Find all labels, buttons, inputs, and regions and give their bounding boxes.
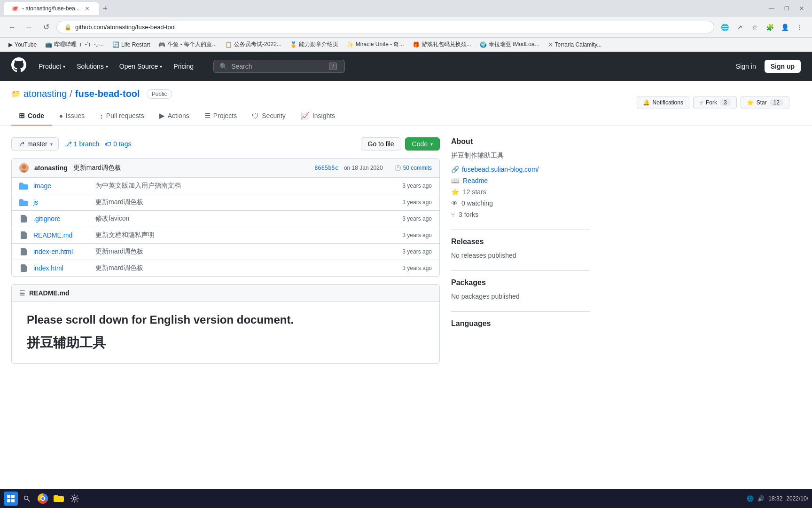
back-button[interactable]: ←	[6, 21, 19, 34]
about-website-link[interactable]: 🔗 fusebead.sulian-blog.com/	[451, 166, 590, 173]
bookmark-terraria-mod[interactable]: 🌍 泰拉瑞亚 tModLoa...	[477, 40, 542, 49]
extensions-icon[interactable]: 🧩	[763, 21, 776, 34]
file-link-readme[interactable]: README.md	[33, 231, 90, 239]
ssl-icon: 🔒	[64, 24, 71, 31]
translate-icon[interactable]: 🌐	[718, 21, 731, 34]
bookmark-icon[interactable]: ☆	[748, 21, 761, 34]
main-content: ⎇ master ▾ ⎇ 1 branch 🏷 0 tags	[0, 126, 601, 364]
folder-icon-js	[19, 198, 28, 206]
commit-author[interactable]: atonasting	[34, 164, 68, 172]
bookmarks-bar: ▶ YouTube 📺 哔哩哔哩（' -'）っ... 🔄 Life Restar…	[0, 38, 812, 52]
github-logo[interactable]	[11, 57, 26, 76]
tab-issues[interactable]: ● Issues	[52, 107, 92, 126]
repo-header: 📁 atonasting / fuse-bead-tool Public 🔔 N…	[0, 81, 812, 126]
readme-header: ☰ README.md	[12, 285, 439, 302]
address-bar[interactable]: 🔒 github.com/atonasting/fuse-bead-tool	[56, 21, 714, 33]
share-icon[interactable]: ↗	[733, 21, 746, 34]
tab-security-label: Security	[262, 112, 286, 119]
readme-body: Please scroll down for English version d…	[12, 302, 439, 363]
tab-projects[interactable]: ☰ Projects	[197, 107, 245, 126]
releases-section: Releases No releases published	[451, 238, 590, 259]
nav-open-source[interactable]: Open Source ▾	[115, 60, 167, 73]
fork-icon: ⑂	[699, 99, 703, 106]
nav-pricing[interactable]: Pricing	[169, 60, 198, 73]
file-time-gitignore: 3 years ago	[402, 215, 432, 222]
tab-insights-label: Insights	[312, 112, 335, 119]
star-count: 12	[770, 99, 783, 106]
signin-button[interactable]: Sign in	[731, 60, 761, 72]
search-input[interactable]	[231, 63, 325, 70]
file-link-image[interactable]: image	[33, 182, 90, 190]
bookmark-game-code[interactable]: 🎁 游戏礼包码兑换须...	[410, 40, 474, 49]
file-icon-gitignore	[19, 214, 28, 223]
repo-name-link[interactable]: fuse-bead-tool	[75, 88, 140, 99]
about-section: About 拼豆制作辅助工具 🔗 fusebead.sulian-blog.co…	[451, 137, 590, 218]
bookmark-douyu[interactable]: 🎮 斗鱼 - 每个人的直...	[156, 40, 219, 49]
tab-projects-label: Projects	[213, 112, 237, 119]
branch-chevron-icon: ▾	[50, 142, 53, 147]
fork-button[interactable]: ⑂ Fork 3	[693, 96, 737, 109]
signup-button[interactable]: Sign up	[765, 60, 801, 73]
file-row-index-en: index-en.html 更新mard调色板 3 years ago	[12, 244, 439, 260]
close-window-button[interactable]: ✕	[795, 2, 808, 15]
minimize-button[interactable]: —	[765, 2, 778, 15]
branch-selector[interactable]: ⎇ master ▾	[11, 137, 59, 151]
star-stat-icon: ⭐	[451, 188, 459, 196]
nav-solutions[interactable]: Solutions ▾	[72, 60, 113, 73]
tab-security[interactable]: 🛡 Security	[244, 107, 293, 126]
commit-history-link[interactable]: 🕐 50 commits	[394, 165, 432, 171]
code-dropdown-button[interactable]: Code ▾	[405, 137, 440, 151]
tab-close-button[interactable]: ✕	[84, 5, 91, 12]
packages-section: Packages No packages published	[451, 278, 590, 300]
readme-link[interactable]: Readme	[463, 177, 488, 184]
notifications-button[interactable]: 🔔 Notifications	[637, 96, 689, 109]
file-link-js[interactable]: js	[33, 198, 90, 206]
forks-count: 3 forks	[459, 211, 478, 218]
bookmark-exam[interactable]: 📋 公务员考试-2022...	[222, 40, 284, 49]
tab-code[interactable]: ⊞ Code	[11, 107, 52, 126]
star-label: Star	[757, 99, 767, 106]
branches-link[interactable]: ⎇ 1 branch	[64, 140, 99, 148]
forward-button[interactable]: →	[23, 21, 36, 34]
tab-pull-requests[interactable]: ↕ Pull requests	[92, 107, 151, 126]
bookmark-terraria-calamity[interactable]: ⚔ Terraria Calamity...	[545, 40, 605, 49]
profile-icon[interactable]: 👤	[778, 21, 791, 34]
search-box[interactable]: 🔍 /	[213, 60, 345, 73]
bookmark-icon: 🎁	[413, 41, 420, 48]
link-icon: 🔗	[451, 166, 459, 173]
about-title: About	[451, 137, 590, 146]
repo-owner-link[interactable]: atonasting	[23, 88, 67, 99]
new-tab-button[interactable]: +	[99, 2, 112, 15]
bookmark-youtube[interactable]: ▶ YouTube	[6, 40, 39, 49]
star-button[interactable]: ⭐ Star 12	[741, 96, 789, 109]
commit-time: on 18 Jan 2020	[344, 165, 383, 171]
bookmark-medal[interactable]: 🏅 能力勋章介绍页	[287, 40, 341, 49]
stars-stat: ⭐ 12 stars	[451, 188, 590, 196]
tab-insights[interactable]: 📈 Insights	[293, 107, 343, 126]
bookmark-life-restart[interactable]: 🔄 Life Restart	[109, 40, 153, 49]
go-to-file-button[interactable]: Go to file	[361, 137, 401, 151]
browser-tab-active[interactable]: 🐙 - atonasting/fuse-bea... ✕	[4, 2, 99, 15]
bookmark-icon: 🏅	[290, 41, 297, 48]
nav-product[interactable]: Product ▾	[34, 60, 70, 73]
commit-sha-link[interactable]: 8665b5c	[314, 165, 338, 171]
file-link-index-en[interactable]: index-en.html	[33, 248, 90, 255]
pr-tab-icon: ↕	[100, 112, 103, 120]
branch-stats: ⎇ 1 branch 🏷 0 tags	[64, 140, 132, 148]
branch-row: ⎇ master ▾ ⎇ 1 branch 🏷 0 tags	[11, 137, 440, 151]
file-link-index[interactable]: index.html	[33, 264, 90, 272]
tab-actions[interactable]: ▶ Actions	[152, 107, 197, 126]
restore-button[interactable]: ❐	[780, 2, 793, 15]
search-shortcut: /	[329, 63, 337, 70]
menu-icon[interactable]: ⋮	[793, 21, 806, 34]
packages-title: Packages	[451, 278, 590, 287]
reload-button[interactable]: ↺	[39, 21, 53, 34]
tags-link[interactable]: 🏷 0 tags	[105, 140, 131, 148]
file-time-image: 3 years ago	[402, 183, 432, 189]
file-link-gitignore[interactable]: .gitignore	[33, 215, 90, 222]
readme-title: README.md	[29, 289, 70, 297]
bookmark-bilibili[interactable]: 📺 哔哩哔哩（' -'）っ...	[42, 40, 107, 49]
svg-point-1	[22, 165, 26, 169]
branches-icon: ⎇	[64, 140, 72, 148]
bookmark-miracle[interactable]: ✨ Miracle Unite - 奇...	[344, 40, 407, 49]
